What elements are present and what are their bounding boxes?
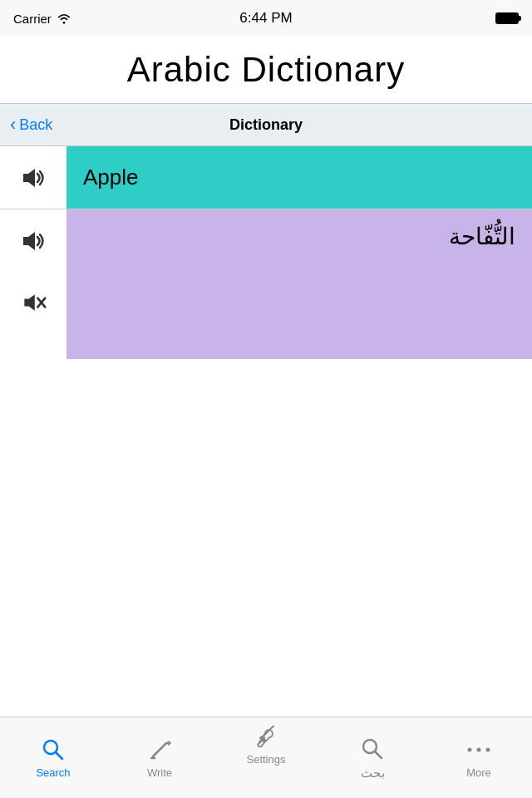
app-title-section: Arabic Dictionary — [0, 37, 532, 103]
search-icon — [40, 736, 66, 763]
svg-point-20 — [477, 748, 481, 752]
mute-button[interactable] — [13, 283, 53, 323]
english-sound-col — [0, 146, 66, 209]
mute-icon — [20, 289, 47, 316]
nav-title: Dictionary — [229, 116, 303, 134]
back-chevron-icon: ‹ — [10, 116, 16, 134]
status-time: 6:44 PM — [239, 10, 292, 27]
svg-point-19 — [468, 748, 472, 752]
tab-search-label: Search — [36, 766, 70, 779]
svg-marker-2 — [24, 294, 34, 311]
svg-line-7 — [153, 743, 166, 756]
back-label: Back — [19, 116, 52, 134]
app-title-text: Arabic Dictionary — [127, 50, 405, 90]
tab-search[interactable]: Search — [3, 736, 103, 779]
svg-point-21 — [486, 748, 490, 752]
english-word-text: Apple — [83, 165, 139, 190]
write-icon — [146, 736, 173, 763]
tab-more[interactable]: More — [429, 736, 529, 779]
svg-line-18 — [375, 751, 382, 758]
english-sound-button[interactable] — [12, 156, 55, 200]
arabic-word-cell: التُّفّاحة — [66, 209, 532, 359]
tab-buhath[interactable]: بحث — [323, 736, 422, 781]
speaker-icon-2 — [18, 226, 48, 256]
svg-marker-0 — [23, 169, 35, 187]
nav-bar: ‹ Back Dictionary — [0, 103, 532, 146]
arabic-entry-row: التُّفّاحة — [0, 209, 532, 359]
more-icon — [466, 736, 492, 763]
back-button[interactable]: ‹ Back — [10, 116, 52, 134]
svg-marker-1 — [23, 232, 35, 250]
content-area: Apple — [0, 146, 532, 359]
tab-settings-label: Settings — [247, 753, 286, 766]
buhath-icon — [359, 736, 386, 762]
english-word-cell: Apple — [66, 146, 532, 209]
arabic-word-text: التُّفّاحة — [449, 223, 515, 250]
tab-more-label: More — [466, 766, 491, 779]
battery-indicator — [495, 12, 519, 24]
tab-settings[interactable]: Settings — [216, 750, 316, 766]
settings-icon-alt — [253, 723, 279, 750]
tab-bar: Search Write — [0, 717, 532, 798]
tab-buhath-label: بحث — [361, 766, 385, 781]
tab-write-label: Write — [147, 766, 172, 779]
english-entry-row: Apple — [0, 146, 532, 209]
status-bar: Carrier 6:44 PM — [0, 0, 532, 37]
speaker-icon — [18, 163, 48, 193]
tab-write[interactable]: Write — [110, 736, 209, 779]
svg-line-6 — [56, 752, 62, 759]
arabic-sound-button[interactable] — [12, 219, 55, 263]
wifi-icon — [57, 12, 71, 24]
carrier-text: Carrier — [13, 12, 52, 26]
